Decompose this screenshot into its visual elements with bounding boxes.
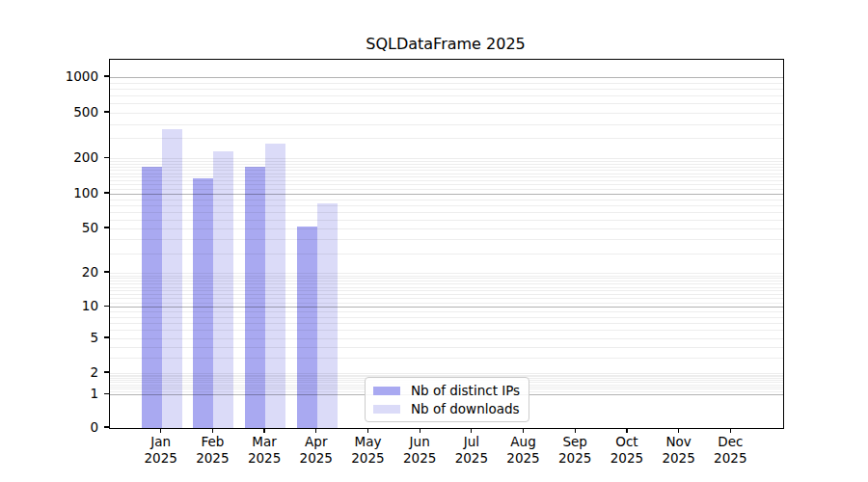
x-tick-mark (367, 428, 368, 433)
bar-nb-of-distinct-ips-feb-2025 (193, 178, 213, 428)
minor-gridline (110, 375, 783, 376)
y-tick-mark (104, 271, 109, 272)
y-tick-mark (104, 393, 109, 394)
minor-gridline (110, 290, 783, 291)
minor-gridline (110, 273, 783, 274)
minor-gridline (110, 317, 783, 318)
minor-gridline (110, 89, 783, 90)
legend-swatch-distinct-ips (373, 387, 400, 395)
minor-gridline (110, 287, 783, 288)
legend-item-downloads: Nb of downloads (373, 401, 520, 416)
y-tick-label: 100 (0, 185, 98, 201)
legend-label-downloads: Nb of downloads (411, 401, 520, 416)
legend-item-distinct-ips: Nb of distinct IPs (373, 383, 520, 398)
minor-gridline (110, 170, 783, 171)
minor-gridline (110, 95, 783, 96)
y-tick-mark (104, 111, 109, 112)
x-tick-mark (263, 428, 264, 433)
minor-gridline (110, 83, 783, 84)
x-tick-mark (523, 428, 524, 433)
y-tick-label: 5 (0, 330, 98, 345)
minor-gridline (110, 189, 783, 190)
minor-gridline (110, 373, 783, 374)
minor-gridline (110, 164, 783, 165)
y-tick-mark (104, 75, 109, 76)
minor-gridline (110, 103, 783, 104)
x-tick-mark (212, 428, 213, 433)
bar-nb-of-downloads-mar-2025 (265, 144, 285, 428)
x-tick-mark (575, 428, 576, 433)
legend-swatch-downloads (373, 405, 400, 414)
minor-gridline (110, 113, 783, 114)
y-tick-label: 10 (0, 298, 98, 313)
minor-gridline (110, 311, 783, 312)
minor-gridline (110, 330, 783, 331)
minor-gridline (110, 283, 783, 284)
minor-gridline (110, 303, 783, 304)
y-tick-mark (104, 306, 109, 307)
minor-gridline (110, 228, 783, 229)
plot-area (109, 59, 784, 429)
minor-gridline (110, 124, 783, 125)
y-tick-mark (104, 157, 109, 158)
y-tick-mark (104, 192, 109, 193)
minor-gridline (110, 220, 783, 221)
y-tick-label: 500 (0, 104, 98, 120)
minor-gridline (110, 138, 783, 139)
y-tick-label: 1 (0, 386, 98, 401)
minor-gridline (110, 200, 783, 201)
major-gridline (110, 194, 783, 195)
minor-gridline (110, 338, 783, 339)
minor-gridline (110, 158, 783, 159)
major-gridline (110, 77, 783, 78)
minor-gridline (110, 239, 783, 240)
minor-gridline (110, 174, 783, 174)
minor-gridline (110, 180, 783, 181)
major-gridline (110, 307, 783, 308)
x-tick-mark (160, 428, 161, 433)
minor-gridline (110, 167, 783, 168)
x-tick-label-dec-2025: Dec2025 (695, 434, 765, 467)
minor-gridline (110, 276, 783, 277)
y-tick-label: 20 (0, 264, 98, 280)
y-tick-label: 200 (0, 149, 98, 165)
y-tick-label: 2 (0, 364, 98, 380)
y-tick-label: 50 (0, 220, 98, 235)
minor-gridline (110, 294, 783, 295)
minor-gridline (110, 358, 783, 359)
legend: Nb of distinct IPs Nb of downloads (365, 377, 529, 422)
x-tick-mark (420, 428, 420, 433)
minor-gridline (110, 347, 783, 348)
y-tick-mark (104, 426, 109, 427)
minor-gridline (110, 278, 783, 279)
legend-label-distinct-ips: Nb of distinct IPs (411, 383, 520, 398)
chart-title: SQLDataFrame 2025 (109, 35, 782, 53)
minor-gridline (110, 212, 783, 213)
x-tick-mark (315, 428, 316, 433)
minor-gridline (110, 184, 783, 185)
minor-gridline (110, 205, 783, 206)
x-tick-mark (471, 428, 472, 433)
y-tick-mark (104, 371, 109, 372)
y-tick-mark (104, 336, 109, 337)
minor-gridline (110, 161, 783, 162)
y-tick-label: 0 (0, 419, 98, 435)
minor-gridline (110, 176, 783, 177)
minor-gridline (110, 298, 783, 299)
figure: SQLDataFrame 2025 0125102050100200500100… (0, 0, 868, 482)
bar-nb-of-distinct-ips-apr-2025 (297, 227, 317, 428)
minor-gridline (110, 254, 783, 254)
x-tick-mark (730, 428, 731, 433)
y-tick-label: 1000 (0, 68, 98, 84)
x-tick-mark (678, 428, 679, 433)
y-tick-mark (104, 227, 109, 228)
minor-gridline (110, 323, 783, 324)
minor-gridline (110, 281, 783, 281)
x-tick-mark (626, 428, 627, 433)
